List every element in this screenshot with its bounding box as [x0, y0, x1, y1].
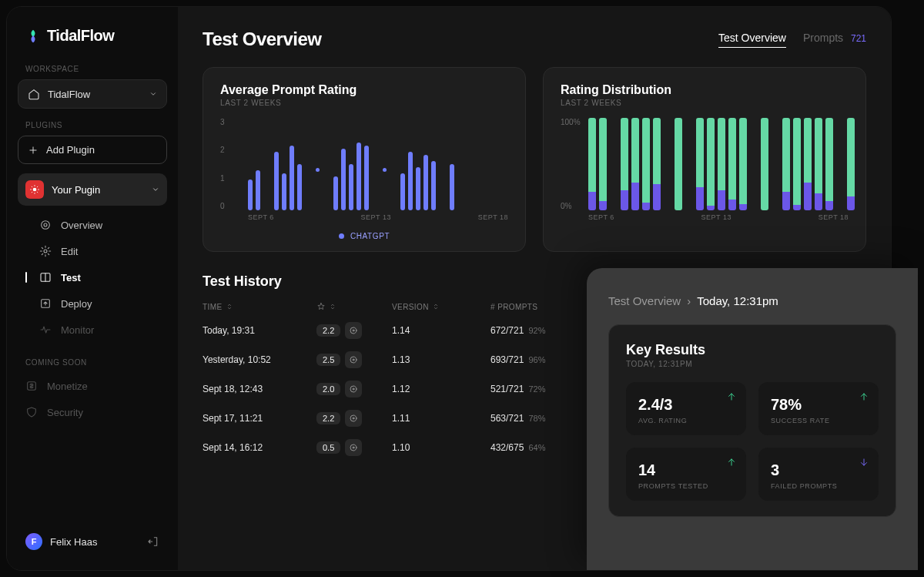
breadcrumb: Test Overview › Today, 12:31pm: [608, 294, 896, 307]
brand: TidalFlow: [18, 27, 167, 59]
section-workspace-label: WORKSPACE: [18, 59, 167, 79]
plus-icon: [28, 145, 38, 156]
col-rating[interactable]: [316, 302, 386, 311]
rating-badge: 2.0: [316, 383, 340, 395]
nav-monetize: Monetize: [18, 373, 167, 399]
arrow-up-icon: [726, 457, 737, 468]
nav-edit[interactable]: Edit: [18, 238, 167, 264]
rating-badge: 2.2: [316, 412, 340, 424]
nav-monitor: Monitor: [18, 317, 167, 343]
breadcrumb-sep: ›: [687, 294, 691, 307]
add-plugin-button[interactable]: Add Plugin: [18, 136, 167, 164]
avatar[interactable]: F: [25, 533, 42, 550]
tile-success-rate[interactable]: 78% SUCCESS RATE: [758, 382, 879, 435]
tile-value: 14: [638, 461, 734, 479]
detail-overlay: Test Overview › Today, 12:31pm Key Resul…: [587, 268, 918, 570]
arrow-down-icon: [859, 457, 869, 468]
nav-deploy[interactable]: Deploy: [18, 290, 167, 317]
nav-security: Security: [18, 399, 167, 425]
cell-rating: 2.2: [316, 410, 386, 427]
upload-icon: [39, 297, 52, 310]
pulse-icon: [39, 324, 52, 336]
tab-prompts[interactable]: Prompts 721: [803, 32, 866, 47]
chart-canvas: 3210 SEPT 6SEPT 13SEPT 18: [220, 118, 508, 226]
tile-value: 3: [771, 461, 866, 479]
cell-rating: 2.5: [316, 351, 386, 368]
col-time[interactable]: TIME: [203, 303, 310, 311]
nav-overview-label: Overview: [61, 220, 102, 231]
svg-point-11: [350, 386, 357, 392]
tile-label: AVG. RATING: [638, 417, 734, 424]
cell-time: Sept 18, 12:43: [203, 384, 310, 394]
logout-icon[interactable]: [147, 535, 159, 548]
page-title: Test Overview: [203, 29, 321, 50]
currency-icon: [25, 380, 38, 392]
gear-icon: [39, 245, 52, 257]
svg-point-15: [350, 444, 357, 451]
target-icon: [39, 219, 52, 231]
cell-time: Yesterday, 10:52: [203, 354, 310, 365]
tile-prompts-tested[interactable]: 14 PROMPTS TESTED: [626, 448, 746, 501]
x-axis: SEPT 6SEPT 13SEPT 18: [588, 213, 849, 226]
y-axis: 100%0%: [561, 118, 584, 210]
section-coming-soon-label: COMING SOON: [18, 352, 167, 373]
tile-label: FAILED PROMPTS: [771, 482, 866, 490]
cell-time: Sept 17, 11:21: [203, 413, 310, 424]
key-results-card: Key Results TODAY, 12:31PM 2.4/3 AVG. RA…: [608, 324, 896, 517]
rating-details-button[interactable]: [345, 410, 362, 427]
rating-details-button[interactable]: [345, 322, 362, 339]
nav-monitor-label: Monitor: [61, 324, 94, 336]
cell-time: Today, 19:31: [203, 325, 310, 336]
svg-point-9: [350, 357, 357, 363]
breadcrumb-current: Today, 12:31pm: [697, 294, 778, 307]
col-version[interactable]: VERSION: [392, 303, 484, 311]
cell-version: 1.12: [392, 384, 484, 394]
plugin-name: Your Pugin: [52, 184, 100, 196]
tile-failed-prompts[interactable]: 3 FAILED PROMPTS: [758, 448, 879, 501]
nav-deploy-label: Deploy: [61, 298, 92, 310]
cell-time: Sept 14, 16:12: [203, 442, 310, 453]
svg-point-16: [353, 447, 354, 448]
shield-icon: [25, 406, 38, 418]
home-icon: [28, 88, 40, 100]
tile-label: PROMPTS TESTED: [638, 482, 734, 490]
add-plugin-label: Add Plugin: [46, 144, 95, 156]
y-axis: 3210: [220, 118, 243, 210]
cell-rating: 2.2: [316, 322, 386, 339]
nav-security-label: Security: [47, 407, 83, 418]
cell-version: 1.11: [392, 413, 484, 424]
tile-avg-rating[interactable]: 2.4/3 AVG. RATING: [626, 382, 746, 435]
nav-overview[interactable]: Overview: [18, 212, 167, 238]
nav-edit-label: Edit: [61, 246, 78, 257]
svg-point-10: [353, 359, 354, 361]
workspace-name: TidalFlow: [48, 89, 90, 100]
cell-version: 1.14: [392, 325, 484, 336]
rating-details-button[interactable]: [345, 439, 362, 456]
tab-test-overview[interactable]: Test Overview: [718, 32, 786, 48]
key-results-sub: TODAY, 12:31PM: [626, 360, 879, 368]
cell-version: 1.13: [392, 354, 484, 365]
svg-point-13: [350, 415, 357, 421]
svg-point-8: [353, 330, 354, 331]
svg-point-2: [44, 223, 47, 226]
arrow-up-icon: [859, 391, 869, 402]
tab-prompts-count: 721: [851, 33, 866, 44]
workspace-selector[interactable]: TidalFlow: [18, 79, 167, 109]
svg-point-7: [350, 327, 357, 334]
chevron-down-icon: [152, 186, 159, 193]
chart-title: Rating Distribution: [561, 83, 849, 97]
plugin-selector[interactable]: Your Pugin: [18, 173, 167, 206]
breadcrumb-root[interactable]: Test Overview: [608, 294, 681, 307]
x-axis: SEPT 6SEPT 13SEPT 18: [248, 213, 508, 226]
sort-icon: [432, 303, 440, 310]
rating-details-button[interactable]: [345, 381, 362, 398]
bars: [588, 118, 849, 210]
tile-value: 2.4/3: [638, 396, 734, 414]
chart-title: Average Prompt Rating: [220, 83, 508, 97]
rating-details-button[interactable]: [345, 351, 362, 368]
nav-test[interactable]: Test: [18, 264, 167, 290]
target-icon: [349, 384, 358, 394]
target-icon: [349, 414, 358, 423]
chart-distribution: Rating Distribution LAST 2 WEEKS 100%0% …: [543, 67, 866, 252]
tabs: Test Overview Prompts 721: [718, 32, 866, 48]
